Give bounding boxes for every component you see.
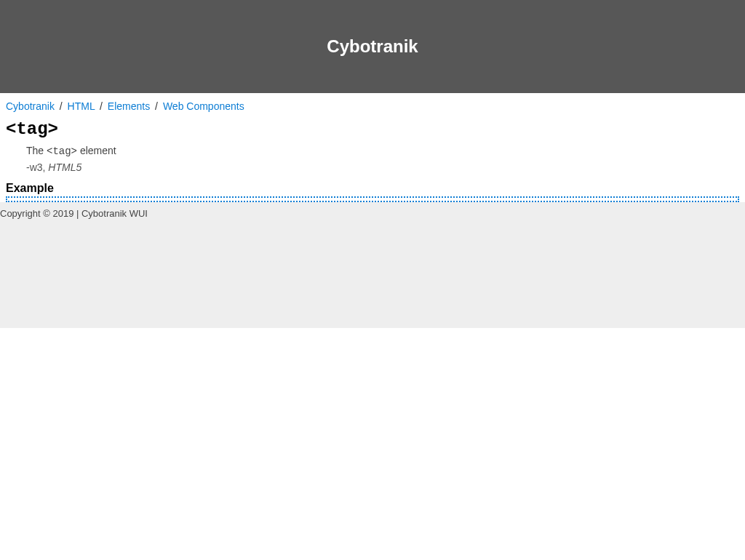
breadcrumb-separator: / — [155, 100, 158, 112]
citation-prefix: -w3, — [26, 161, 48, 173]
tag-description: The <tag> element — [6, 145, 739, 157]
citation: -w3, HTML5 — [6, 161, 739, 173]
main-content: <tag> The <tag> element -w3, HTML5 Examp… — [0, 119, 745, 202]
citation-source: HTML5 — [48, 161, 81, 173]
page-title: Cybotranik — [0, 36, 745, 57]
breadcrumb-link-elements[interactable]: Elements — [108, 100, 150, 112]
breadcrumb-link-html[interactable]: HTML — [68, 100, 95, 112]
page-header: Cybotranik — [0, 0, 745, 93]
example-block — [6, 196, 739, 202]
breadcrumb-link-web-components[interactable]: Web Components — [163, 100, 244, 112]
example-heading: Example — [6, 182, 739, 195]
breadcrumb-separator: / — [100, 100, 103, 112]
breadcrumb: Cybotranik / HTML / Elements / Web Compo… — [0, 93, 745, 119]
tag-title: <tag> — [6, 119, 739, 139]
breadcrumb-link-cybotranik[interactable]: Cybotranik — [6, 100, 55, 112]
breadcrumb-separator: / — [60, 100, 63, 112]
description-suffix: element — [77, 145, 116, 156]
page-footer: Copyright © 2019 | Cybotranik WUI — [0, 202, 745, 328]
description-code: <tag> — [47, 145, 77, 157]
copyright-text: Copyright © 2019 | Cybotranik WUI — [0, 208, 148, 219]
description-prefix: The — [26, 145, 47, 156]
